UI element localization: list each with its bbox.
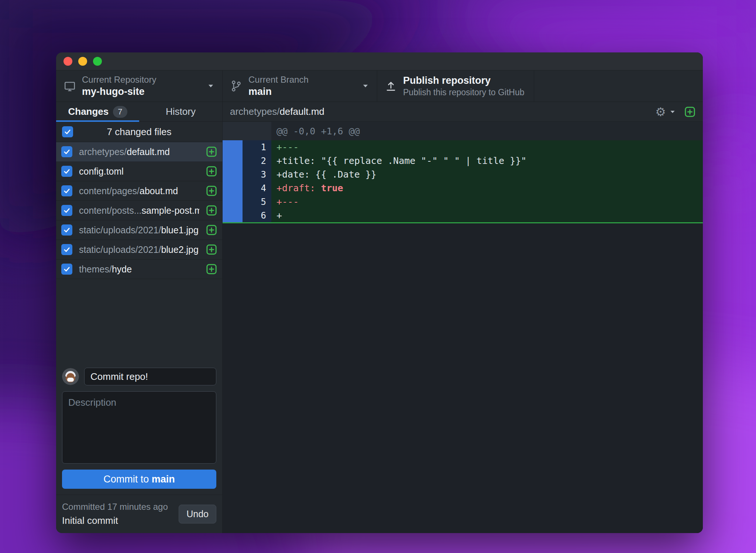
line-select-strip[interactable] [223,140,243,154]
tab-history[interactable]: History [139,102,222,121]
toolbar: Current Repository my-hugo-site Current … [56,70,703,102]
plus-square-icon[interactable] [206,166,217,177]
file-checkbox[interactable] [61,224,72,236]
file-row[interactable]: content/posts...sample-post.md [56,201,222,220]
hunk-gutter [223,122,271,140]
diff-code: +--- [271,195,703,209]
plus-square-icon[interactable] [206,205,217,216]
line-select-strip[interactable] [223,195,243,209]
publish-repository-title: Publish repository [403,74,526,87]
file-row[interactable]: static/uploads/2021/blue1.jpg [56,220,222,240]
file-row[interactable]: config.toml [56,162,222,181]
tab-changes[interactable]: Changes 7 [56,102,139,121]
expand-diff-plus-icon[interactable] [684,106,695,117]
current-branch-button[interactable]: Current Branch main [223,71,377,102]
diff-empty-area [223,223,703,533]
diff-body: @@ -0,0 +1,6 @@ 1+---2+title: "{{ replac… [223,122,703,533]
current-repository-value: my-hugo-site [82,85,201,98]
avatar [62,368,79,385]
titlebar[interactable] [56,52,703,70]
file-list: archetypes/default.mdconfig.tomlcontent/… [56,142,222,279]
line-number: 5 [243,195,271,209]
sidebar: Changes 7 History 7 changed files archet… [56,102,223,533]
chevron-down-icon [207,82,215,90]
line-number: 1 [243,140,271,154]
close-window-button[interactable] [63,57,72,66]
committed-text: Committed 17 minutes ago Initial commit [62,502,174,526]
select-all-checkbox[interactable] [62,126,73,137]
diff-line[interactable]: 5+--- [223,195,703,209]
toolbar-spacer [534,71,703,102]
minimize-window-button[interactable] [78,57,87,66]
committed-bar: Committed 17 minutes ago Initial commit … [56,495,222,533]
changed-files-summary: 7 changed files [107,126,172,138]
current-repository-button[interactable]: Current Repository my-hugo-site [56,71,223,102]
file-name: content/posts...sample-post.md [79,205,199,216]
file-checkbox[interactable] [61,264,72,275]
file-checkbox[interactable] [61,205,72,216]
tab-changes-label: Changes [68,106,109,117]
file-checkbox[interactable] [61,185,72,196]
line-select-strip[interactable] [223,209,243,222]
current-repository-label: Current Repository [82,74,201,85]
plus-square-icon[interactable] [206,244,217,255]
file-name: themes/hyde [79,264,199,275]
committed-ago: Committed 17 minutes ago [62,502,174,512]
file-name: archetypes/default.md [79,147,199,157]
diff-code: + [271,209,703,222]
plus-square-icon[interactable] [206,185,217,196]
line-select-strip[interactable] [223,181,243,195]
diff-line[interactable]: 4+draft: true [223,181,703,195]
plus-square-icon[interactable] [206,264,217,275]
line-number: 3 [243,168,271,181]
plus-square-icon[interactable] [206,146,217,157]
file-row[interactable]: themes/hyde [56,260,222,279]
file-name: static/uploads/2021/blue1.jpg [79,225,199,236]
changed-files-summary-row[interactable]: 7 changed files [56,122,222,142]
current-branch-value: main [248,85,355,98]
file-checkbox[interactable] [61,244,72,255]
line-number: 2 [243,154,271,168]
committed-message: Initial commit [62,515,174,526]
upload-icon [385,80,397,92]
commit-description-input[interactable] [62,391,216,464]
sidebar-tabs: Changes 7 History [56,102,222,122]
commit-summary-input[interactable] [84,368,216,385]
file-checkbox[interactable] [61,166,72,177]
undo-button[interactable]: Undo [179,505,216,523]
line-select-strip[interactable] [223,168,243,181]
diff-line[interactable]: 1+--- [223,140,703,154]
file-name: config.toml [79,166,199,177]
current-branch-label: Current Branch [248,74,355,85]
file-row[interactable]: content/pages/about.md [56,181,222,201]
tab-history-label: History [166,106,196,117]
hunk-header-row: @@ -0,0 +1,6 @@ [223,122,703,140]
hunk-header: @@ -0,0 +1,6 @@ [271,126,360,137]
commit-button[interactable]: Commit to main [62,470,216,489]
file-checkbox[interactable] [61,146,72,157]
file-row[interactable]: archetypes/default.md [56,142,222,162]
publish-repository-button[interactable]: Publish repository Publish this reposito… [377,71,534,102]
gear-icon: ⚙ [655,106,666,118]
line-select-strip[interactable] [223,154,243,168]
file-row[interactable]: static/uploads/2021/blue2.jpg [56,240,222,260]
diff-line[interactable]: 3+date: {{ .Date }} [223,168,703,181]
sidebar-spacer [56,279,222,362]
diff-options-button[interactable]: ⚙ [655,106,676,118]
chevron-down-icon [669,108,676,116]
diff-code: +date: {{ .Date }} [271,168,703,181]
diff-line[interactable]: 2+title: "{{ replace .Name "-" " " | tit… [223,154,703,168]
diff-code: +draft: true [271,181,703,195]
diff-panel: archetypes/default.md ⚙ @@ -0,0 +1,6 @@ … [223,102,703,533]
changes-count-badge: 7 [113,106,127,118]
commit-area: Commit to main [56,362,222,495]
plus-square-icon[interactable] [206,224,217,236]
diff-file-path: archetypes/default.md [230,106,647,117]
zoom-window-button[interactable] [93,57,102,66]
file-name: content/pages/about.md [79,186,199,196]
publish-repository-subtitle: Publish this repository to GitHub [403,87,526,98]
diff-line[interactable]: 6+ [223,209,703,222]
line-number: 4 [243,181,271,195]
git-branch-icon [230,80,243,92]
app-body: Changes 7 History 7 changed files archet… [56,102,703,533]
